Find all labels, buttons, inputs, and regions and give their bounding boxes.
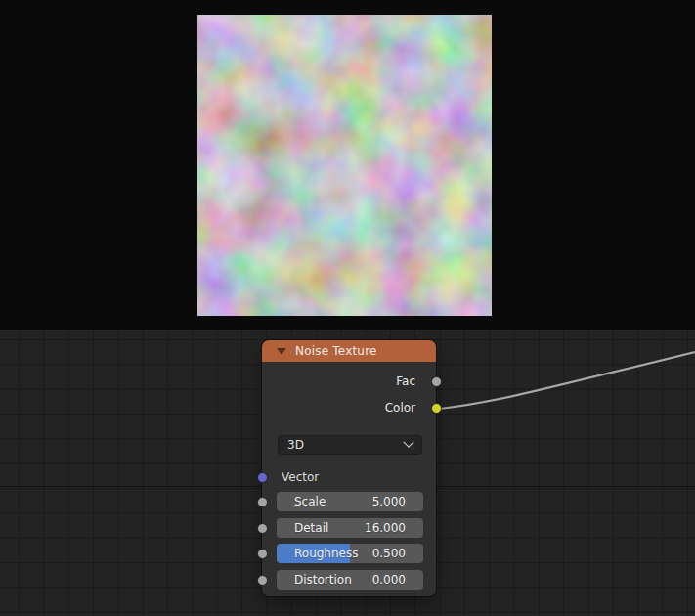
- scale-label: Scale: [294, 495, 326, 508]
- fac-output-socket[interactable]: [431, 376, 442, 387]
- node-header[interactable]: Noise Texture: [262, 340, 436, 362]
- dimensions-dropdown[interactable]: 3D: [278, 435, 422, 455]
- roughness-label: Roughness: [294, 547, 358, 560]
- scale-input-socket[interactable]: [257, 497, 268, 507]
- vector-input-socket[interactable]: [257, 472, 268, 483]
- fac-output-label: Fac: [262, 372, 415, 391]
- detail-input-socket[interactable]: [257, 523, 268, 534]
- dimensions-dropdown-value: 3D: [287, 438, 304, 452]
- noise-texture-node[interactable]: Noise Texture Fac Color 3D Vector Scale …: [262, 340, 436, 596]
- distortion-input-socket[interactable]: [257, 575, 268, 586]
- vector-input-label: Vector: [282, 467, 319, 487]
- color-output-label: Color: [262, 398, 415, 418]
- noise-texture-preview: [197, 15, 492, 316]
- collapse-triangle-icon[interactable]: [277, 348, 286, 355]
- detail-slider[interactable]: Detail 16.000: [277, 518, 423, 538]
- scale-value: 5.000: [372, 495, 406, 508]
- detail-value: 16.000: [365, 521, 406, 535]
- image-viewport: [0, 0, 695, 330]
- scale-slider[interactable]: Scale 5.000: [277, 492, 423, 511]
- roughness-input-socket[interactable]: [257, 549, 268, 559]
- distortion-value: 0.000: [372, 573, 406, 587]
- detail-label: Detail: [294, 521, 328, 535]
- distortion-slider[interactable]: Distortion 0.000: [277, 570, 423, 590]
- chevron-down-icon: [403, 437, 413, 448]
- blender-node-editor-window: Noise Texture Fac Color 3D Vector Scale …: [0, 0, 695, 616]
- roughness-value: 0.500: [372, 547, 406, 560]
- distortion-label: Distortion: [294, 573, 352, 587]
- node-title: Noise Texture: [295, 344, 377, 358]
- color-output-socket[interactable]: [431, 403, 442, 414]
- roughness-slider[interactable]: Roughness 0.500: [277, 544, 423, 563]
